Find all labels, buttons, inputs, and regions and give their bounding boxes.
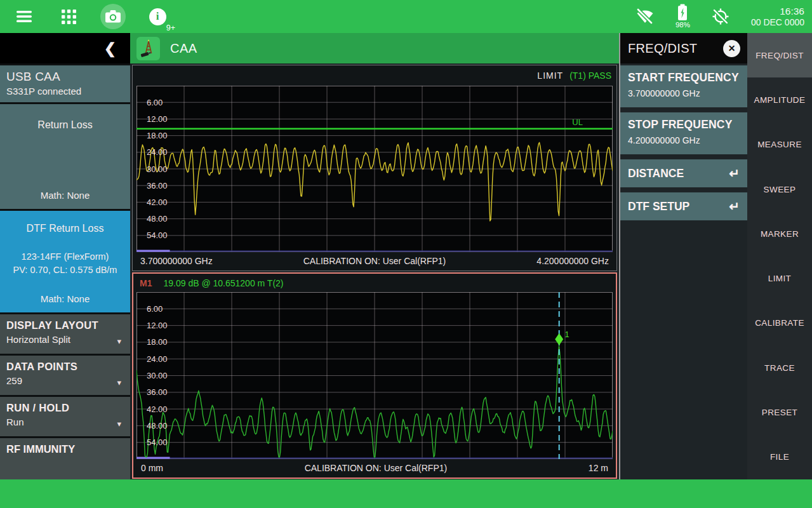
submenu-button-label: DISTANCE: [628, 167, 684, 180]
camera-glyph: [105, 10, 121, 23]
menu-item-calibrate[interactable]: CALIBRATE: [747, 301, 812, 345]
menu-item-preset[interactable]: PRESET: [747, 390, 812, 434]
y-tick-label: 12.00: [147, 114, 168, 124]
hamburger-menu-icon[interactable]: [11, 4, 37, 29]
trace1-return-loss-card[interactable]: Return Loss Math: None: [0, 104, 130, 209]
dropdown-caret-icon: ▾: [117, 378, 121, 387]
menu-item-marker[interactable]: MARKER: [747, 211, 812, 256]
rf-immunity-label: RF IMMUNITY: [6, 443, 124, 455]
trace2-math: Math: None: [0, 293, 130, 304]
return-loss-pane[interactable]: LIMIT (T1) PASS UL6.0012.0018.0024.0030.…: [132, 65, 617, 271]
y-tick-label: 6.00: [147, 304, 163, 314]
antenna-tower-glyph: [139, 39, 158, 58]
sync-off-icon[interactable]: [708, 4, 733, 29]
usb-device-card: USB CAA S331P connected: [0, 65, 130, 102]
y-tick-label: 6.00: [147, 98, 163, 107]
bottom-green-bar: [0, 479, 812, 508]
menu-item-freq-dist[interactable]: FREQ/DIST: [747, 33, 812, 77]
battery-status: 98%: [676, 4, 690, 29]
marker-number: 1: [565, 330, 569, 339]
y-tick-label: 48.00: [147, 421, 168, 431]
app-title-bar: CAA: [130, 33, 619, 64]
y-tick-label: 30.00: [147, 371, 168, 380]
submenu-button-label: STOP FREQUENCY: [628, 118, 740, 131]
y-tick-label: 30.00: [147, 164, 168, 174]
data-points-label: DATA POINTS: [6, 361, 124, 373]
apps-grid-icon[interactable]: [56, 4, 81, 29]
submenu-button-label: DTF SETUP: [628, 200, 689, 213]
submenu-button-label: START FREQUENCY: [628, 71, 740, 84]
submenu-button-stop-frequency[interactable]: STOP FREQUENCY4.200000000 GHz: [620, 112, 747, 154]
usb-device-title: USB CAA: [6, 70, 130, 84]
dtf-chart[interactable]: 16.0012.0018.0024.0030.0036.0042.0048.00…: [136, 292, 613, 459]
time-text: 16:36: [751, 5, 804, 17]
wifi-off-glyph: [636, 8, 655, 25]
run-hold-dropdown[interactable]: RUN / HOLD Run ▾: [0, 397, 130, 436]
menu-item-trace[interactable]: TRACE: [747, 345, 812, 390]
limit-pass-badge: (T1) PASS: [569, 70, 611, 81]
enter-arrow-icon: ↵: [729, 166, 740, 181]
limit-status-row: LIMIT (T1) PASS: [133, 65, 616, 86]
measurement-sidebar: ❮ USB CAA S331P connected Return Loss Ma…: [0, 33, 130, 479]
display-layout-value: Horizontal Split: [6, 334, 124, 345]
menu-item-sweep[interactable]: SWEEP: [747, 167, 812, 211]
menu-item-limit[interactable]: LIMIT: [747, 256, 812, 300]
submenu-button-distance[interactable]: DISTANCE↵: [620, 159, 747, 187]
enter-arrow-icon: ↵: [729, 199, 740, 214]
y-tick-label: 54.00: [147, 231, 168, 240]
collapse-chevron-icon[interactable]: ❮: [104, 40, 116, 57]
hamburger-glyph: [16, 10, 32, 23]
display-layout-dropdown[interactable]: DISPLAY LAYOUT Horizontal Split ▾: [0, 314, 130, 354]
submenu-button-value: 3.700000000 GHz: [628, 88, 740, 98]
screenshot-camera-icon[interactable]: [100, 4, 126, 29]
clock: 16:36 00 DEC 0000: [751, 5, 804, 29]
menu-item-file[interactable]: FILE: [747, 435, 812, 479]
menu-item-amplitude[interactable]: AMPLITUDE: [747, 77, 812, 122]
return-loss-chart[interactable]: UL6.0012.0018.0024.0030.0036.0042.0048.0…: [136, 86, 613, 252]
info-glyph: i: [149, 8, 166, 25]
notification-count-badge: 9+: [166, 23, 175, 32]
trace2-cable-type: 123-14FF (FlexForm): [0, 251, 130, 262]
freq-dist-submenu: FREQ/DIST ✕ START FREQUENCY3.700000000 G…: [619, 33, 747, 479]
submenu-button-start-frequency[interactable]: START FREQUENCY3.700000000 GHz: [620, 65, 747, 107]
marker-id: M1: [140, 278, 152, 288]
y-tick-label: 12.00: [147, 321, 168, 330]
y-tick-label: 42.00: [147, 197, 168, 207]
notifications-info-icon[interactable]: i 9+: [145, 4, 170, 29]
calibration-status-label: CALIBRATION ON: User Cal(RFP1): [305, 463, 448, 473]
sync-off-glyph: [711, 7, 730, 26]
submenu-button-dtf-setup[interactable]: DTF SETUP↵: [620, 192, 747, 220]
menu-item-measure[interactable]: MEASURE: [747, 123, 812, 167]
close-submenu-button[interactable]: ✕: [723, 40, 740, 57]
trace2-dtf-card-selected[interactable]: DTF Return Loss 123-14FF (FlexForm) PV: …: [0, 211, 130, 312]
y-tick-label: 18.00: [147, 131, 168, 140]
sidebar-collapse-header[interactable]: ❮: [0, 33, 130, 64]
wifi-off-icon[interactable]: [632, 4, 658, 29]
y-tick-label: 54.00: [147, 438, 168, 447]
stop-frequency-label: 4.200000000 GHz: [536, 256, 609, 266]
rf-immunity-card[interactable]: RF IMMUNITY: [0, 438, 130, 479]
run-hold-label: RUN / HOLD: [6, 402, 124, 414]
y-tick-label: 36.00: [147, 387, 168, 397]
run-hold-value: Run: [6, 417, 124, 427]
start-distance-label: 0 mm: [141, 463, 163, 473]
distance-axis-row: 0 mm CALIBRATION ON: User Cal(RFP1) 12 m: [133, 459, 616, 477]
trace2-title: DTF Return Loss: [0, 211, 130, 234]
upper-limit-label: UL: [572, 117, 583, 127]
limit-label: LIMIT: [537, 70, 563, 81]
data-points-dropdown[interactable]: DATA POINTS 259 ▾: [0, 356, 130, 395]
usb-device-status: S331P connected: [6, 86, 130, 97]
dtf-return-loss-pane-active[interactable]: M1 19.09 dB @ 10.651200 m T(2) 16.0012.0…: [132, 272, 617, 479]
submenu-title: FREQ/DIST: [628, 41, 697, 56]
start-frequency-label: 3.700000000 GHz: [140, 256, 213, 266]
marker-readout-row: M1 19.09 dB @ 10.651200 m T(2): [133, 274, 616, 292]
y-tick-label: 36.00: [147, 181, 168, 190]
right-menu: FREQ/DISTAMPLITUDEMEASURESWEEPMARKERLIMI…: [747, 33, 812, 479]
y-tick-label: 24.00: [147, 354, 168, 364]
y-tick-label: 48.00: [147, 214, 168, 224]
battery-percent: 98%: [676, 22, 690, 29]
submenu-buttons: START FREQUENCY3.700000000 GHzSTOP FREQU…: [620, 64, 747, 225]
top-status-bar: i 9+ 98%: [0, 0, 812, 33]
submenu-header: FREQ/DIST ✕: [620, 33, 747, 64]
main-chart-area: CAA LIMIT (T1) PASS UL6.0012.0018.0024.0…: [130, 33, 619, 479]
